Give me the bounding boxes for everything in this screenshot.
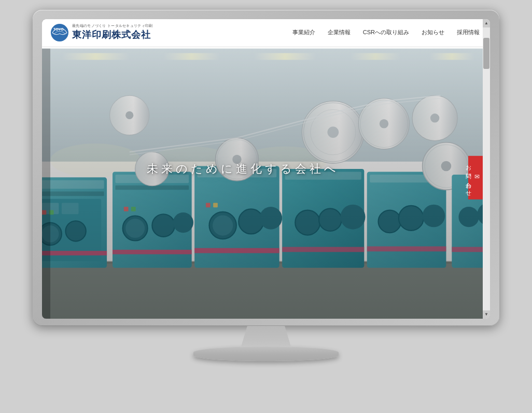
scrollbar-arrow-up[interactable]: ▲ [483,19,490,27]
nav-menu: 事業紹介 企業情報 CSRへの取り組み お知らせ 採用情報 [292,29,480,36]
scrollbar[interactable]: ▲ ▼ [483,19,490,319]
svg-rect-81 [42,48,50,318]
monitor-wrapper: TOYO 最先端のモノづくり トータルセキュリティ印刷 東洋印刷株式会社 事業紹… [33,10,499,404]
nav-business[interactable]: 事業紹介 [292,29,315,36]
scrollbar-thumb[interactable] [483,38,489,69]
monitor-frame: TOYO 最先端のモノづくり トータルセキュリティ印刷 東洋印刷株式会社 事業紹… [33,10,499,326]
contact-sidebar-text: お問い合わせ [465,161,472,194]
contact-sidebar-button[interactable]: ✉ お問い合わせ [468,155,483,199]
hero-section: 未来のために進化する会社へ [42,19,483,319]
nav-recruit[interactable]: 採用情報 [457,29,480,36]
screen: TOYO 最先端のモノづくり トータルセキュリティ印刷 東洋印刷株式会社 事業紹… [42,19,490,319]
nav-news[interactable]: お知らせ [422,29,444,36]
nav-company[interactable]: 企業情報 [328,29,351,36]
logo-subtitle: 最先端のモノづくり トータルセキュリティ印刷 [72,24,153,28]
logo-area: TOYO 最先端のモノづくり トータルセキュリティ印刷 東洋印刷株式会社 [50,23,153,42]
scrollbar-track [483,36,490,319]
logo-text-block: 最先端のモノづくり トータルセキュリティ印刷 東洋印刷株式会社 [72,24,153,40]
monitor-neck [235,326,297,347]
mail-icon: ✉ [474,173,481,180]
svg-point-0 [51,24,68,41]
scrollbar-arrow-down[interactable]: ▼ [483,310,490,319]
hero-tagline: 未来のために進化する会社へ [147,161,339,177]
monitor-base [193,347,339,361]
nav-csr[interactable]: CSRへの取り組み [363,29,409,36]
monitor-bezel: TOYO 最先端のモノづくり トータルセキュリティ印刷 東洋印刷株式会社 事業紹… [42,19,490,319]
logo-company-name: 東洋印刷株式会社 [72,29,153,41]
toyo-logo-icon: TOYO [50,23,69,42]
svg-rect-80 [42,48,483,318]
site-header: TOYO 最先端のモノづくり トータルセキュリティ印刷 東洋印刷株式会社 事業紹… [42,19,490,46]
